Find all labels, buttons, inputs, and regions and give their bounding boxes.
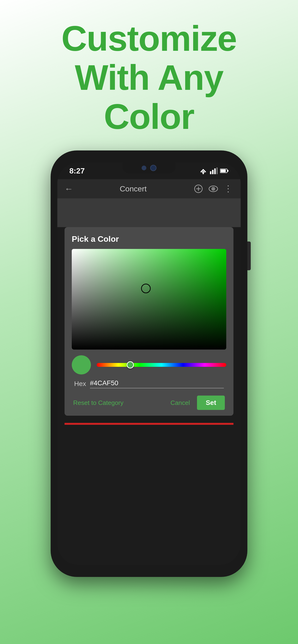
phone-shell: 8:27 <box>51 150 247 577</box>
hue-slider-container[interactable] <box>97 362 226 368</box>
headline-text: Customize With Any Color <box>47 19 251 136</box>
dialog-title: Pick a Color <box>72 234 226 244</box>
svg-rect-8 <box>227 170 228 172</box>
svg-rect-3 <box>210 171 211 174</box>
svg-point-15 <box>213 188 214 190</box>
color-picker-cursor[interactable] <box>141 284 151 293</box>
red-indicator-bar <box>65 423 233 425</box>
color-picker-dialog: Pick a Color Hex <box>65 227 233 416</box>
front-camera-lens <box>150 165 157 171</box>
cancel-button[interactable]: Cancel <box>166 397 195 409</box>
more-icon-btn[interactable]: ⋮ <box>223 184 233 194</box>
wifi-icon <box>199 168 208 174</box>
svg-rect-6 <box>216 168 218 174</box>
hue-thumb[interactable] <box>127 361 134 368</box>
svg-rect-9 <box>221 170 226 172</box>
phone-mockup: 8:27 <box>51 150 247 582</box>
svg-point-2 <box>203 173 204 174</box>
headline-line1: Customize <box>61 19 237 58</box>
color-preview-circle <box>72 355 91 374</box>
add-icon-btn[interactable] <box>193 184 204 194</box>
status-icons <box>199 168 229 174</box>
battery-icon <box>220 168 229 173</box>
hex-input[interactable] <box>90 379 224 387</box>
front-camera-sensor <box>141 166 146 170</box>
reset-to-category-button[interactable]: Reset to Category <box>73 397 163 409</box>
signal-icon <box>210 168 218 174</box>
app-content-bg <box>57 198 241 227</box>
app-navbar: ← Concert <box>57 179 241 198</box>
navbar-actions: ⋮ <box>193 184 233 194</box>
hex-row: Hex <box>72 379 226 388</box>
hex-label: Hex <box>74 380 86 388</box>
color-gradient-picker[interactable] <box>72 249 226 350</box>
hue-track <box>97 363 226 367</box>
svg-rect-4 <box>212 170 214 174</box>
phone-screen: 8:27 <box>57 162 241 565</box>
status-time: 8:27 <box>69 166 85 176</box>
navbar-title: Concert <box>78 184 188 193</box>
eye-icon <box>209 185 218 192</box>
camera-notch <box>123 162 175 174</box>
headline-line2: With Any <box>75 58 223 97</box>
headline-line3: Color <box>104 97 194 136</box>
dialog-actions: Reset to Category Cancel Set <box>72 396 226 410</box>
back-button[interactable]: ← <box>65 184 73 194</box>
set-button[interactable]: Set <box>197 396 225 410</box>
add-circle-icon <box>194 184 203 193</box>
hex-input-wrapper[interactable] <box>90 379 224 388</box>
svg-rect-5 <box>214 168 216 174</box>
hue-slider-row <box>72 355 226 374</box>
eye-icon-btn[interactable] <box>208 184 219 194</box>
